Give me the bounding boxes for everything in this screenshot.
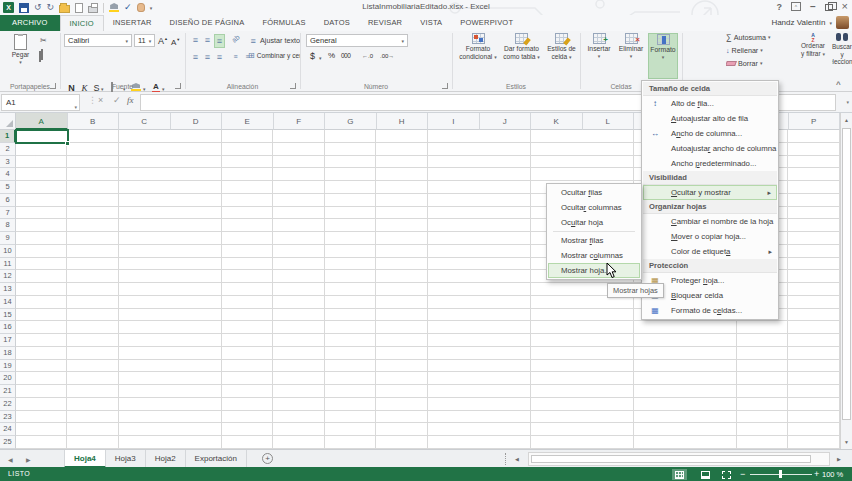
currency-button[interactable]: $ bbox=[310, 51, 315, 61]
row-header-18[interactable]: 18 bbox=[0, 347, 16, 360]
horizontal-scrollbar[interactable] bbox=[528, 452, 830, 466]
align-center-icon[interactable]: ≡ bbox=[202, 51, 213, 63]
undo-icon[interactable]: ↺ bbox=[34, 2, 42, 13]
merge-center-button[interactable]: ⊞ Combinar y centrar ▾ bbox=[248, 52, 300, 60]
sheet-nav-left-icon[interactable]: ◀ bbox=[8, 456, 13, 463]
find-select-button[interactable]: Buscar y seleccionar bbox=[832, 33, 852, 79]
wrap-text-button[interactable]: ≡ Ajustar texto bbox=[248, 35, 300, 47]
tab-fórmulas[interactable]: FÓRMULAS bbox=[253, 15, 314, 31]
tab-powerpivot[interactable]: POWERPIVOT bbox=[451, 15, 522, 31]
submenu-item-mostrar-columnas[interactable]: Mostrar columnas bbox=[548, 248, 640, 263]
menu-item-mover-o-copiar-hoja[interactable]: Mover o copiar hoja... bbox=[643, 229, 777, 244]
tab-diseño-de-página[interactable]: DISEÑO DE PÁGINA bbox=[161, 15, 254, 31]
qat-more-icon[interactable]: ▾ bbox=[150, 5, 153, 11]
row-header-6[interactable]: 6 bbox=[0, 194, 16, 207]
row-header-5[interactable]: 5 bbox=[0, 181, 16, 194]
row-header-21[interactable]: 21 bbox=[0, 385, 16, 398]
menu-item-cambiar-el-nombre-de-la-hoja[interactable]: Cambiar el nombre de la hoja bbox=[643, 214, 777, 229]
row-header-11[interactable]: 11 bbox=[0, 258, 16, 271]
decrease-indent-icon[interactable]: ≡ bbox=[230, 51, 241, 63]
fill-button[interactable]: ↓ Rellenar▾ bbox=[726, 47, 790, 55]
autosum-button[interactable]: ∑ Autosuma▾ bbox=[726, 34, 790, 42]
menu-item-ancho-de-columna[interactable]: ↔Ancho de columna... bbox=[643, 126, 777, 141]
tab-insertar[interactable]: INSERTAR bbox=[104, 15, 161, 31]
fill-color-icon[interactable] bbox=[109, 3, 119, 12]
enter-icon[interactable]: ✓ bbox=[113, 95, 121, 105]
menu-item-alto-de-fila[interactable]: ↕Alto de fila... bbox=[643, 96, 777, 111]
sheet-tab-hoja2[interactable]: Hoja2 bbox=[146, 450, 186, 468]
tab-vista[interactable]: VISTA bbox=[411, 15, 451, 31]
select-all-corner[interactable] bbox=[0, 113, 16, 130]
row-header-3[interactable]: 3 bbox=[0, 156, 16, 169]
sheet-tab-hoja4[interactable]: Hoja4 bbox=[64, 450, 106, 468]
cell-styles-button[interactable]: Estilos de celda ▾ bbox=[543, 33, 580, 79]
column-header-f[interactable]: F bbox=[274, 113, 326, 130]
selected-cell-a1[interactable] bbox=[15, 129, 69, 144]
tab-archivo[interactable]: ARCHIVO bbox=[0, 15, 60, 31]
paste-button[interactable]: Pegar ▾ bbox=[5, 34, 36, 78]
row-header-8[interactable]: 8 bbox=[0, 219, 16, 232]
cancel-icon[interactable]: × bbox=[98, 95, 103, 105]
row-header-25[interactable]: 25 bbox=[0, 436, 16, 449]
insert-cells-button[interactable]: + Insertar ▾ bbox=[584, 33, 614, 79]
menu-item-ocultar-y-mostrar[interactable]: Ocultar y mostrar▸ bbox=[643, 185, 777, 200]
decrease-decimal-icon[interactable]: .00→ bbox=[380, 51, 394, 61]
row-header-15[interactable]: 15 bbox=[0, 309, 16, 322]
number-dialog-launcher[interactable] bbox=[442, 83, 448, 89]
zoom-out-icon[interactable]: − bbox=[740, 469, 745, 479]
collapse-ribbon-icon[interactable]: ^ bbox=[836, 80, 841, 89]
menu-item-ancho-predeterminado[interactable]: Ancho predeterminado... bbox=[643, 156, 777, 171]
format-as-table-button[interactable]: Dar formato como tabla ▾ bbox=[501, 33, 542, 79]
zoom-slider-handle[interactable] bbox=[779, 470, 782, 478]
submenu-item-ocultar-hoja[interactable]: Ocultar hoja bbox=[548, 215, 640, 230]
column-header-e[interactable]: E bbox=[222, 113, 274, 130]
save-icon[interactable] bbox=[19, 3, 29, 13]
row-header-1[interactable]: 1 bbox=[0, 130, 16, 143]
row-header-14[interactable]: 14 bbox=[0, 296, 16, 309]
font-dialog-launcher[interactable] bbox=[175, 83, 181, 89]
submenu-item-mostrar-filas[interactable]: Mostrar filas bbox=[548, 233, 640, 248]
hscroll-right-icon[interactable]: ▶ bbox=[832, 452, 846, 466]
column-header-p[interactable]: P bbox=[789, 113, 841, 130]
submenu-item-ocultar-columnas[interactable]: Ocultar columnas bbox=[548, 200, 640, 215]
align-top-icon[interactable]: ≡ bbox=[190, 34, 201, 46]
minimize-icon[interactable]: – bbox=[810, 2, 816, 11]
align-bottom-icon[interactable]: ≡ bbox=[214, 34, 225, 48]
row-header-16[interactable]: 16 bbox=[0, 321, 16, 334]
tab-inicio[interactable]: INICIO bbox=[60, 15, 104, 31]
tab-datos[interactable]: DATOS bbox=[315, 15, 359, 31]
row-header-20[interactable]: 20 bbox=[0, 372, 16, 385]
currency-dropdown-icon[interactable]: ▾ bbox=[319, 55, 322, 61]
align-middle-icon[interactable]: ≡ bbox=[202, 34, 213, 46]
horizontal-scroll-thumb[interactable] bbox=[531, 455, 811, 463]
page-break-view-icon[interactable] bbox=[719, 469, 734, 480]
print-preview-icon[interactable] bbox=[88, 6, 98, 13]
align-left-icon[interactable]: ≡ bbox=[190, 51, 201, 63]
delete-cells-button[interactable]: × Eliminar ▾ bbox=[616, 33, 646, 79]
zoom-level[interactable]: 100 % bbox=[822, 470, 843, 479]
user-account[interactable]: Handz Valentín ▾ bbox=[771, 16, 849, 29]
menu-item-color-de-etiqueta[interactable]: Color de etiqueta▸ bbox=[643, 244, 777, 259]
avatar[interactable] bbox=[836, 16, 849, 29]
tab-revisar[interactable]: REVISAR bbox=[359, 15, 411, 31]
select-hand-icon[interactable] bbox=[137, 3, 145, 12]
column-header-g[interactable]: G bbox=[325, 113, 377, 130]
column-header-h[interactable]: H bbox=[377, 113, 429, 130]
row-header-9[interactable]: 9 bbox=[0, 232, 16, 245]
page-layout-view-icon[interactable] bbox=[698, 469, 713, 480]
menu-item-formato-de-celdas[interactable]: ▦Formato de celdas... bbox=[643, 303, 777, 318]
formula-bar-expand-icon[interactable]: ▾ bbox=[846, 99, 849, 105]
tab-splitter[interactable] bbox=[505, 453, 507, 465]
row-header-24[interactable]: 24 bbox=[0, 423, 16, 436]
alignment-dialog-launcher[interactable] bbox=[290, 83, 296, 89]
close-icon[interactable]: × bbox=[842, 1, 848, 12]
new-document-icon[interactable] bbox=[75, 3, 83, 13]
name-box[interactable]: A1 ▾ bbox=[1, 94, 80, 111]
copy-icon[interactable] bbox=[41, 50, 43, 60]
align-right-icon[interactable]: ≡ bbox=[214, 51, 225, 63]
column-header-c[interactable]: C bbox=[119, 113, 171, 130]
percent-button[interactable]: % bbox=[328, 51, 335, 61]
increase-decimal-icon[interactable]: ←.0 bbox=[362, 51, 373, 61]
column-header-j[interactable]: J bbox=[480, 113, 532, 130]
comma-style-button[interactable]: 000 bbox=[341, 51, 350, 61]
